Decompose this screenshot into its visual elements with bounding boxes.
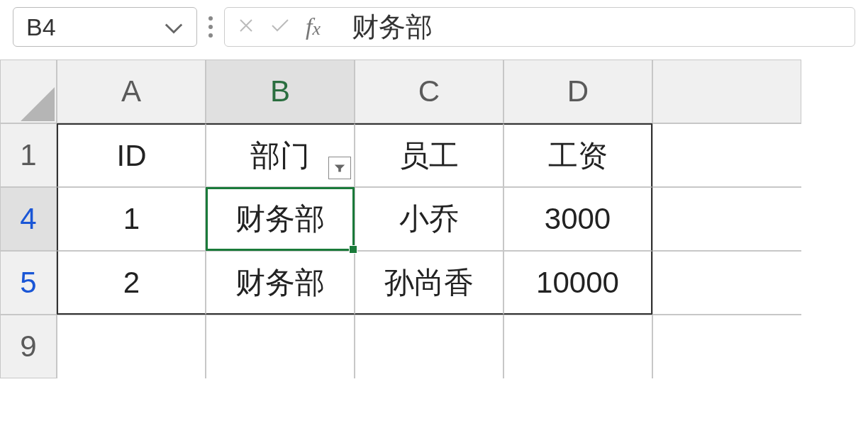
cell-C5[interactable]: 孙尚香 (355, 251, 503, 315)
cell-A4[interactable]: 1 (57, 187, 206, 251)
cell-D9[interactable] (503, 315, 652, 378)
cell-C1[interactable]: 员工 (355, 123, 503, 187)
column-header-E[interactable] (652, 60, 801, 123)
formula-bar: B4 fx 财务部 (0, 0, 868, 60)
row-header-1[interactable]: 1 (0, 123, 57, 187)
cell-E1[interactable] (652, 123, 801, 187)
row-header-4[interactable]: 4 (0, 187, 57, 251)
cell-reference-text: B4 (26, 13, 56, 41)
cell-E4[interactable] (652, 187, 801, 251)
cancel-icon[interactable] (238, 15, 255, 39)
column-header-B[interactable]: B (206, 60, 355, 123)
fx-icon[interactable]: fx (306, 13, 321, 40)
cell-D4[interactable]: 3000 (503, 187, 652, 251)
select-all-corner[interactable] (0, 60, 57, 123)
cell-E9[interactable] (652, 315, 801, 378)
formula-text: 财务部 (352, 9, 433, 45)
row-header-5[interactable]: 5 (0, 251, 57, 315)
formula-input[interactable]: fx 财务部 (224, 7, 855, 47)
cell-C4[interactable]: 小乔 (355, 187, 503, 251)
spreadsheet-grid: A B C D 1 ID 部门 员工 工资 4 1 财务部 小乔 3000 5 … (0, 60, 868, 378)
name-box[interactable]: B4 (13, 7, 197, 47)
cell-A5[interactable]: 2 (57, 251, 206, 315)
cell-D5[interactable]: 10000 (503, 251, 652, 315)
filter-icon[interactable] (328, 157, 351, 179)
column-header-C[interactable]: C (355, 60, 503, 123)
chevron-down-icon[interactable] (164, 13, 184, 41)
cell-C9[interactable] (355, 315, 503, 378)
cell-B1-text: 部门 (250, 136, 310, 176)
formula-bar-menu-icon[interactable] (201, 16, 220, 38)
cell-B5[interactable]: 财务部 (206, 251, 355, 315)
row-header-9[interactable]: 9 (0, 315, 57, 378)
column-header-A[interactable]: A (57, 60, 206, 123)
cell-B4[interactable]: 财务部 (206, 187, 355, 251)
cell-B9[interactable] (206, 315, 355, 378)
column-header-D[interactable]: D (503, 60, 652, 123)
cell-D1[interactable]: 工资 (503, 123, 652, 187)
cell-A1[interactable]: ID (57, 123, 206, 187)
cell-A9[interactable] (57, 315, 206, 378)
accept-icon[interactable] (270, 15, 290, 39)
cell-E5[interactable] (652, 251, 801, 315)
cell-B1[interactable]: 部门 (206, 123, 355, 187)
